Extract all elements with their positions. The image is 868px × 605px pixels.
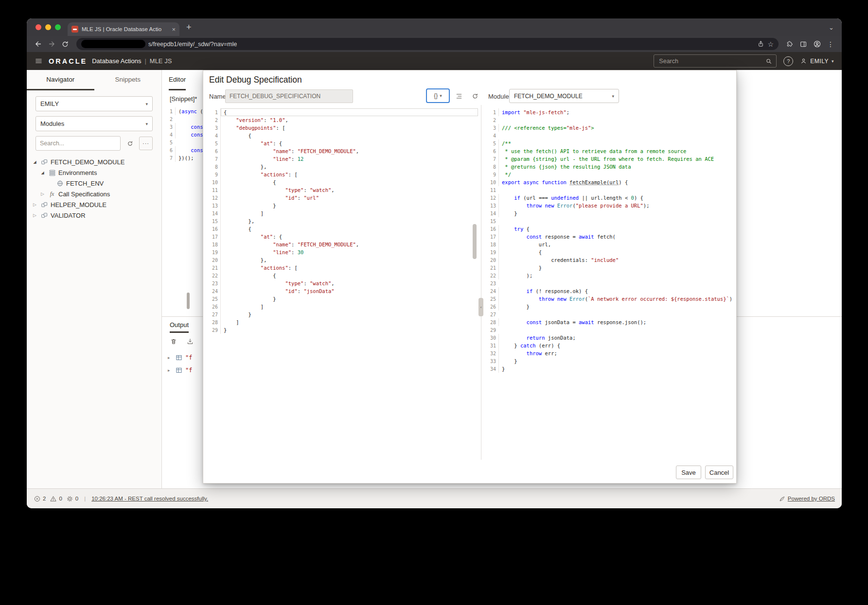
app-header: ORACLE Database Actions | MLE JS ? EMILY… [27, 52, 842, 70]
browser-menu-icon[interactable]: ⋮ [824, 38, 837, 51]
line-content: const jsonData = await response.json(); [498, 318, 731, 326]
global-search[interactable] [654, 54, 777, 68]
new-tab-button[interactable]: + [186, 23, 192, 32]
result-table-icon [176, 367, 182, 374]
code-line: 1{ [207, 108, 478, 116]
menu-hamburger-icon[interactable] [35, 57, 43, 65]
output-row-label: "f [185, 354, 192, 361]
extensions-puzzle-icon[interactable] [783, 38, 796, 51]
forward-button[interactable] [45, 38, 58, 51]
code-line: 7 * @param {string} url - the URL from w… [485, 155, 731, 163]
window-controls [27, 24, 68, 30]
tree-item-validator[interactable]: ▷VALIDATOR [27, 210, 161, 221]
close-window-button[interactable] [35, 24, 41, 30]
tree-expand-icon[interactable]: ▷ [39, 191, 46, 196]
jobs-counter[interactable]: 0 [66, 495, 78, 502]
schema-select[interactable]: EMILY ▾ [35, 96, 153, 111]
environment-icon [56, 180, 64, 187]
reload-button[interactable] [59, 38, 71, 51]
code-line: 6 * use the fetch() API to retrieve data… [485, 147, 731, 155]
expand-icon[interactable]: ▸ [168, 355, 173, 360]
back-button[interactable] [32, 38, 44, 51]
sidebar-resize-handle[interactable] [187, 293, 190, 309]
tree-collapse-icon[interactable]: ◢ [39, 171, 46, 175]
error-counter[interactable]: 2 [34, 495, 46, 502]
code-line: 17 "at": { [207, 233, 478, 241]
line-number: 12 [207, 195, 220, 201]
more-options-button[interactable]: ··· [139, 137, 153, 150]
line-number: 31 [485, 343, 498, 348]
tree-item-label: Environments [58, 169, 97, 176]
share-icon[interactable] [757, 40, 764, 48]
help-icon[interactable]: ? [783, 56, 793, 66]
tree-collapse-icon[interactable]: ◢ [32, 160, 38, 164]
json-format-select[interactable]: {} ▾ [426, 88, 450, 103]
tab-navigator[interactable]: Navigator [27, 70, 94, 90]
tab-search-chevron-icon[interactable]: ⌄ [829, 24, 834, 31]
cancel-button[interactable]: Cancel [705, 466, 733, 479]
line-number: 28 [207, 320, 220, 325]
warning-counter[interactable]: 0 [50, 495, 62, 502]
line-number: 10 [207, 180, 220, 185]
chevron-down-icon: ▾ [145, 121, 148, 126]
line-number: 33 [485, 359, 498, 364]
collapse-pane-handle[interactable]: ‹ [478, 298, 483, 316]
code-line: 10export async function fetchExample(url… [485, 178, 731, 186]
scrollbar-thumb[interactable] [473, 224, 477, 259]
code-line: 22 { [207, 272, 478, 279]
product-title[interactable]: Database Actions [92, 57, 141, 65]
user-menu[interactable]: EMILY ▾ [800, 57, 834, 65]
line-number: 3 [162, 124, 175, 130]
module-icon [40, 201, 48, 208]
tree-item-helper-module[interactable]: ▷HELPER_MODULE [27, 199, 161, 210]
line-content: "id": "jsonData" [220, 287, 478, 295]
line-number: 8 [485, 164, 498, 170]
code-line: 17 const response = await fetch( [485, 233, 731, 241]
line-number: 7 [162, 156, 175, 161]
screen-background: MLE JS | Oracle Database Actio × + ⌄ s/f… [0, 0, 868, 605]
object-type-select[interactable]: Modules ▾ [35, 116, 153, 131]
fullscreen-window-button[interactable] [55, 24, 61, 30]
header-actions: ? EMILY ▾ [654, 54, 834, 68]
browser-tab[interactable]: MLE JS | Oracle Database Actio × [68, 22, 179, 36]
tree-item-call-specifications[interactable]: ▷fxCall Specifications [27, 189, 161, 199]
status-message-link[interactable]: 10:26:23 AM - REST call resolved success… [91, 496, 208, 501]
user-icon [800, 57, 807, 65]
module-select[interactable]: FETCH_DEMO_MODULE ▾ [509, 89, 619, 103]
sidebar-search-input[interactable] [35, 136, 121, 151]
tree-item-fetch-env[interactable]: FETCH_ENV [27, 178, 161, 189]
line-content: throw new Error("please provide a URL"); [498, 202, 731, 209]
save-button[interactable]: Save [676, 466, 701, 479]
tab-snippets[interactable]: Snippets [94, 70, 162, 90]
code-line: 24 if (! response.ok) { [485, 287, 731, 295]
profile-avatar-icon[interactable] [811, 38, 823, 51]
module-source-editor[interactable]: 1import "mle-js-fetch";23/// <reference … [485, 105, 731, 460]
tab-close-icon[interactable]: × [172, 26, 176, 33]
tab-editor[interactable]: Editor [169, 70, 186, 90]
minimize-window-button[interactable] [45, 24, 51, 30]
line-content: } [498, 303, 731, 311]
tree-item-environments[interactable]: ◢Environments [27, 167, 161, 178]
tree-item-fetch-demo-module[interactable]: ◢FETCH_DEMO_MODULE [27, 156, 161, 167]
line-content: /** [498, 139, 731, 147]
refresh-icon[interactable] [469, 90, 481, 102]
line-content: ] [220, 209, 478, 217]
name-input[interactable] [225, 89, 353, 103]
code-line: 29 [485, 326, 731, 334]
expand-icon[interactable]: ▸ [168, 368, 173, 373]
url-text: s/freepdb1/emily/_sdw/?nav=mle [148, 41, 237, 48]
download-output-icon[interactable] [186, 338, 194, 347]
tree-expand-icon[interactable]: ▷ [32, 213, 38, 218]
refresh-icon[interactable] [124, 137, 136, 150]
clear-output-trash-icon[interactable] [170, 338, 177, 347]
debug-spec-json-editor[interactable]: 1{2 "version": "1.0",3 "debugpoints": [4… [207, 105, 478, 460]
powered-by-link[interactable]: Powered by ORDS [788, 496, 835, 501]
bookmark-star-icon[interactable]: ☆ [767, 40, 774, 48]
address-bar[interactable]: s/freepdb1/emily/_sdw/?nav=mle ☆ [76, 38, 779, 50]
side-panel-icon[interactable] [797, 38, 810, 51]
format-indent-icon[interactable] [453, 90, 465, 102]
line-number: 25 [207, 296, 220, 302]
global-search-input[interactable] [658, 57, 762, 65]
tree-expand-icon[interactable]: ▷ [32, 202, 38, 207]
line-number: 23 [207, 281, 220, 286]
